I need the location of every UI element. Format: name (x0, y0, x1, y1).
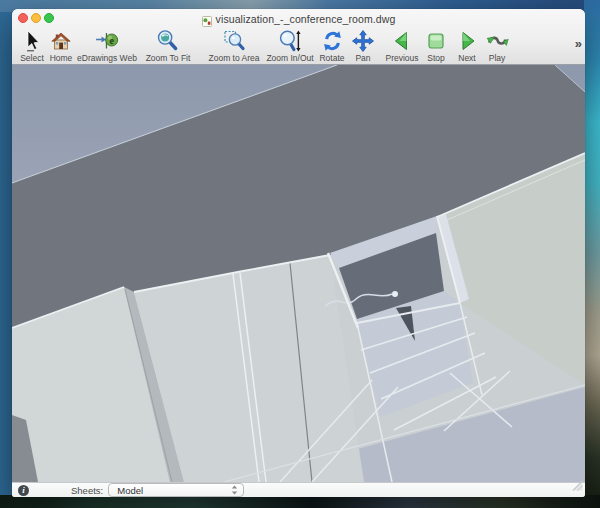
select-cursor-icon (20, 29, 44, 53)
toolbar-button-next[interactable]: Next (455, 29, 479, 63)
home-icon (49, 29, 73, 53)
toolbar-label: Select (20, 53, 44, 63)
edrawings-web-icon: e (77, 29, 137, 53)
previous-icon (385, 29, 418, 53)
edrawings-window: visualization_-_conference_room.dwg Sele… (12, 9, 585, 497)
title-wrap: visualization_-_conference_room.dwg (12, 9, 585, 28)
svg-text:e: e (109, 35, 114, 46)
toolbar-label: Home (49, 53, 73, 63)
zoom-to-fit-icon (146, 29, 191, 53)
toolbar-label: eDrawings Web (77, 53, 137, 63)
select-stepper-icon (231, 485, 238, 498)
toolbar-button-zoom-to-fit[interactable]: Zoom To Fit (146, 29, 191, 63)
toolbar-button-select[interactable]: Select (20, 29, 44, 63)
toolbar-label: Previous (385, 53, 418, 63)
wallpaper-right (584, 0, 600, 508)
play-loop-icon (485, 29, 509, 53)
sheet-select-value: Model (117, 485, 143, 496)
resize-grip-icon[interactable] (572, 477, 583, 495)
document-icon (202, 13, 212, 24)
pan-icon (351, 29, 375, 53)
toolbar-label: Pan (351, 53, 375, 63)
toolbar: Select Home (12, 28, 585, 65)
sheets-label: Sheets: (71, 485, 103, 496)
window-title: visualization_-_conference_room.dwg (216, 13, 396, 25)
toolbar-button-zoom-in-out[interactable]: Zoom In/Out (266, 29, 313, 63)
toolbar-button-home[interactable]: Home (49, 29, 73, 63)
zoom-to-area-icon (208, 29, 259, 53)
sheet-select[interactable]: Model (108, 483, 244, 497)
toolbar-button-edrawings-web[interactable]: e eDrawings Web (77, 29, 137, 63)
desktop: visualization_-_conference_room.dwg Sele… (0, 0, 600, 508)
toolbar-button-stop[interactable]: Stop (424, 29, 448, 63)
toolbar-label: Play (485, 53, 509, 63)
toolbar-label: Zoom To Fit (146, 53, 191, 63)
table-phone-dot (392, 291, 398, 297)
toolbar-label: Stop (424, 53, 448, 63)
next-icon (455, 29, 479, 53)
stop-icon (424, 29, 448, 53)
rotate-icon (319, 29, 344, 53)
toolbar-button-pan[interactable]: Pan (351, 29, 375, 63)
toolbar-label: Rotate (319, 53, 344, 63)
toolbar-button-play[interactable]: Play (485, 29, 509, 63)
status-bar: i Sheets: Model (12, 482, 585, 497)
toolbar-label: Zoom to Area (208, 53, 259, 63)
toolbar-button-zoom-to-area[interactable]: Zoom to Area (208, 29, 259, 63)
toolbar-button-rotate[interactable]: Rotate (319, 29, 344, 63)
title-bar[interactable]: visualization_-_conference_room.dwg (12, 9, 585, 28)
zoom-in-out-icon (266, 29, 313, 53)
toolbar-label: Next (455, 53, 479, 63)
toolbar-label: Zoom In/Out (266, 53, 313, 63)
toolbar-button-previous[interactable]: Previous (385, 29, 418, 63)
toolbar-overflow-chevron[interactable]: » (575, 36, 581, 51)
info-icon[interactable]: i (18, 485, 29, 496)
window-chrome: visualization_-_conference_room.dwg Sele… (12, 9, 585, 65)
cad-viewport[interactable] (12, 65, 585, 482)
